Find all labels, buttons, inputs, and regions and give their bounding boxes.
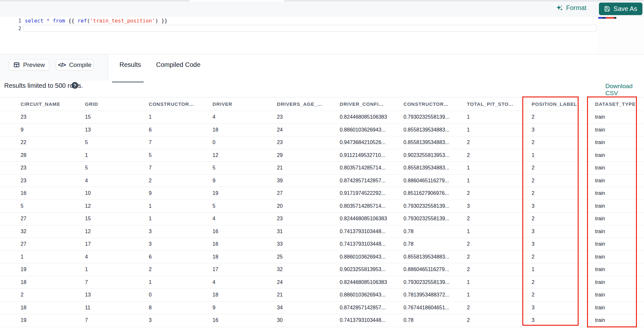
table-cell: 0.8511627906976... bbox=[399, 190, 462, 196]
table-cell: 0.7930232558139... bbox=[399, 203, 462, 209]
code-token-keyword: from bbox=[53, 18, 65, 24]
table-row: 271514230.8244680851063830.7930232558139… bbox=[0, 213, 644, 225]
table-cell: 5 bbox=[80, 165, 144, 171]
table-row: 18714240.8244680851063830.7930232558139.… bbox=[0, 276, 644, 289]
table-row: 23429390.8742857142857...0.8860465116279… bbox=[0, 175, 644, 187]
table-cell: 21 bbox=[272, 165, 335, 171]
preview-button[interactable]: Preview bbox=[9, 59, 49, 70]
table-row: 22570230.9473684210526...0.8558139534883… bbox=[0, 136, 644, 149]
result-tabs: ResultsCompiled Code bbox=[119, 61, 201, 68]
table-cell: 0.9023255813953... bbox=[399, 152, 462, 158]
table-cell: 23 bbox=[272, 216, 335, 222]
table-cell: 16 bbox=[208, 241, 272, 247]
table-cell: 0.9171974522292... bbox=[335, 190, 399, 196]
table-cell: 2 bbox=[144, 178, 208, 184]
table-cell: 9 bbox=[16, 127, 80, 133]
table-cell: 4 bbox=[208, 279, 272, 285]
table-cell: 1 bbox=[462, 165, 527, 171]
table-cell: 15 bbox=[80, 114, 144, 120]
tab-compiled-code[interactable]: Compiled Code bbox=[156, 61, 201, 68]
table-cell: 2 bbox=[527, 254, 591, 260]
table-cell: train bbox=[591, 114, 644, 120]
table-cell: 23 bbox=[16, 165, 80, 171]
table-cell: 0.7813953488372... bbox=[399, 292, 462, 298]
table-cell: 0.78 bbox=[399, 317, 462, 323]
table-cell: 2 bbox=[462, 241, 527, 247]
vertical-divider bbox=[108, 54, 108, 81]
table-cell: 30 bbox=[272, 317, 335, 323]
table-cell: 1 bbox=[16, 254, 80, 260]
table-cell: 4 bbox=[208, 216, 272, 222]
table-cell: 23 bbox=[16, 114, 80, 120]
table-cell: 0 bbox=[208, 140, 272, 145]
table-cell: 13 bbox=[80, 292, 144, 298]
table-cell: 1 bbox=[462, 127, 527, 133]
code-token-bracket: }} bbox=[158, 18, 167, 24]
sql-editor[interactable]: 1 2 select * from {{ ref('train_test_pos… bbox=[0, 16, 644, 54]
editor-active-line[interactable] bbox=[24, 25, 597, 32]
table-cell: 2 bbox=[462, 254, 527, 260]
table-cell: 19 bbox=[208, 190, 272, 196]
table-cell: 0.8860103626943... bbox=[335, 127, 399, 133]
table-cell: 5 bbox=[208, 203, 272, 209]
dbt-ide-window: Format Save As 1 2 select * from {{ ref(… bbox=[0, 0, 644, 328]
save-as-button[interactable]: Save As bbox=[599, 3, 642, 15]
header-cell: GRID bbox=[80, 101, 144, 107]
table-cell: 2 bbox=[527, 140, 591, 145]
table-row: 197316300.7413793103448...0.7823train bbox=[0, 314, 644, 327]
format-label: Format bbox=[566, 4, 586, 12]
help-icon[interactable]: ? bbox=[71, 82, 78, 89]
table-cell: 32 bbox=[272, 267, 335, 272]
header-cell: DATASET_TYPE bbox=[591, 101, 644, 107]
table-cell: 12 bbox=[80, 229, 144, 234]
table-cell: 0.7674418604651... bbox=[399, 305, 462, 311]
table-cell: train bbox=[591, 178, 644, 184]
compile-button[interactable]: </> Compile bbox=[56, 59, 94, 70]
table-cell: 0.824468085106383 bbox=[335, 114, 399, 120]
table-cell: 16 bbox=[16, 190, 80, 196]
table-cell: train bbox=[591, 190, 644, 196]
table-cell: 23 bbox=[272, 140, 335, 145]
table-cell: 0.78 bbox=[399, 229, 462, 234]
table-cell: train bbox=[591, 203, 644, 209]
table-cell: 2 bbox=[527, 216, 591, 222]
code-icon: </> bbox=[58, 61, 66, 68]
table-cell: 0.9023255813953... bbox=[335, 267, 399, 272]
table-cell: 6 bbox=[144, 127, 208, 133]
table-cell: train bbox=[591, 254, 644, 260]
table-cell: 27 bbox=[16, 216, 80, 222]
table-cell: train bbox=[591, 279, 644, 285]
table-cell: 0.7930232558139... bbox=[399, 216, 462, 222]
table-cell: 20 bbox=[272, 203, 335, 209]
save-as-label: Save As bbox=[613, 5, 637, 13]
table-cell: 24 bbox=[272, 127, 335, 133]
table-cell: 2 bbox=[16, 292, 80, 298]
table-cell: train bbox=[591, 305, 644, 311]
table-cell: 0.8558139534883... bbox=[399, 165, 462, 171]
format-button[interactable]: Format bbox=[556, 4, 586, 12]
header-cell: DRIVERS_AGE_... bbox=[272, 101, 335, 107]
table-cell: 0.8860103626943... bbox=[335, 254, 399, 260]
table-cell: 5 bbox=[144, 152, 208, 158]
table-cell: 1 bbox=[80, 267, 144, 272]
tab-results[interactable]: Results bbox=[119, 61, 141, 68]
table-cell: 18 bbox=[208, 292, 272, 298]
table-body: 231514230.8244680851063830.7930232558139… bbox=[0, 111, 644, 327]
code-line-1[interactable]: select * from {{ ref('train_test_positio… bbox=[25, 18, 167, 24]
table-cell: 0.7413793103448... bbox=[335, 241, 399, 247]
table-cell: 1 bbox=[462, 114, 527, 120]
table-cell: 18 bbox=[208, 127, 272, 133]
table-cell: 19 bbox=[16, 317, 80, 323]
table-cell: 27 bbox=[272, 190, 335, 196]
table-cell: 27 bbox=[16, 241, 80, 247]
editor-minimap[interactable] bbox=[598, 16, 644, 54]
table-cell: 0.8742857142857... bbox=[335, 178, 399, 184]
header-cell: TOTAL_PIT_STO... bbox=[462, 101, 527, 107]
table-cell: 3 bbox=[144, 317, 208, 323]
table-cell: 7 bbox=[144, 140, 208, 145]
table-cell: 18 bbox=[16, 305, 80, 311]
table-cell: train bbox=[591, 216, 644, 222]
download-csv-link[interactable]: Download CSV bbox=[605, 83, 644, 97]
header-cell: POSITION_LABEL bbox=[527, 101, 591, 107]
table-cell: 0.8558139534883... bbox=[399, 140, 462, 145]
